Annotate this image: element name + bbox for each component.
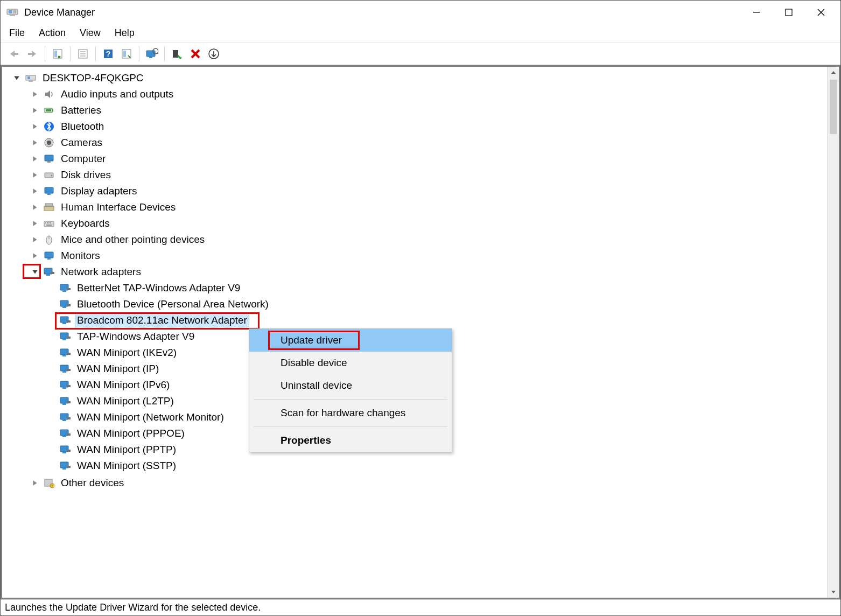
chevron-right-icon[interactable] bbox=[29, 185, 41, 197]
tree-category-label: Disk drives bbox=[59, 169, 113, 181]
tree-device[interactable]: BetterNet TAP-Windows Adapter V9 bbox=[5, 280, 825, 296]
menu-item-disable-device[interactable]: Disable device bbox=[249, 352, 452, 374]
device-tree[interactable]: DESKTOP-4FQKGPC Audio inputs and outputs… bbox=[2, 67, 827, 598]
device-category-icon bbox=[43, 88, 55, 100]
update-driver-button[interactable] bbox=[144, 46, 160, 62]
svg-rect-82 bbox=[62, 403, 66, 405]
svg-rect-50 bbox=[48, 222, 50, 223]
tree-category[interactable]: Human Interface Devices bbox=[5, 199, 825, 215]
menu-item-label: Disable device bbox=[281, 357, 347, 368]
properties-button[interactable] bbox=[75, 46, 91, 62]
forward-button[interactable] bbox=[24, 46, 40, 62]
chevron-right-icon[interactable] bbox=[29, 137, 41, 149]
tree-device-label: WAN Miniport (SSTP) bbox=[75, 459, 178, 472]
tree-device[interactable]: Broadcom 802.11ac Network Adapter bbox=[5, 312, 825, 328]
svg-rect-77 bbox=[67, 369, 71, 371]
chevron-right-icon[interactable] bbox=[29, 218, 41, 229]
svg-rect-25 bbox=[173, 50, 178, 58]
tree-category[interactable]: Cameras bbox=[5, 135, 825, 151]
chevron-right-icon[interactable] bbox=[29, 201, 41, 213]
scroll-up-icon[interactable] bbox=[828, 67, 839, 79]
statusbar-text: Launches the Update Driver Wizard for th… bbox=[5, 602, 261, 613]
tree-category-label: Computer bbox=[59, 152, 107, 165]
window-title: Device Manager bbox=[24, 7, 95, 18]
tree-category[interactable]: Batteries bbox=[5, 102, 825, 118]
svg-rect-85 bbox=[62, 419, 66, 421]
enable-device-button[interactable] bbox=[169, 46, 185, 62]
tree-root[interactable]: DESKTOP-4FQKGPC bbox=[5, 70, 825, 86]
tree-category[interactable]: Computer bbox=[5, 151, 825, 167]
tree-category-label: Network adapters bbox=[59, 265, 143, 278]
svg-rect-23 bbox=[149, 57, 152, 58]
svg-rect-94 bbox=[62, 468, 66, 470]
menu-file[interactable]: File bbox=[9, 27, 25, 39]
tree-device-label: Bluetooth Device (Personal Area Network) bbox=[75, 298, 270, 311]
chevron-right-icon[interactable] bbox=[29, 153, 41, 165]
menu-item-properties[interactable]: Properties bbox=[249, 429, 452, 452]
tree-device-label: WAN Miniport (IKEv2) bbox=[75, 346, 178, 359]
svg-rect-9 bbox=[14, 53, 18, 55]
menu-action[interactable]: Action bbox=[39, 27, 66, 39]
back-button[interactable] bbox=[6, 46, 22, 62]
svg-rect-48 bbox=[45, 222, 46, 223]
tree-category[interactable]: Audio inputs and outputs bbox=[5, 86, 825, 102]
svg-rect-65 bbox=[67, 304, 71, 306]
scrollbar-thumb[interactable] bbox=[830, 80, 837, 134]
tree-category-network[interactable]: Network adapters bbox=[5, 264, 825, 280]
svg-rect-4 bbox=[10, 15, 15, 16]
svg-rect-67 bbox=[62, 323, 66, 324]
tree-category-other[interactable]: ? Other devices bbox=[5, 475, 825, 491]
svg-rect-55 bbox=[45, 252, 53, 258]
tree-category[interactable]: Bluetooth bbox=[5, 118, 825, 135]
tree-category[interactable]: Monitors bbox=[5, 248, 825, 264]
tree-category[interactable]: Disk drives bbox=[5, 167, 825, 183]
network-adapter-icon bbox=[59, 298, 71, 310]
chevron-right-icon[interactable] bbox=[29, 169, 41, 181]
tree-device-label: WAN Miniport (IPv6) bbox=[75, 379, 171, 391]
tree-device-label: WAN Miniport (L2TP) bbox=[75, 395, 176, 408]
uninstall-device-button[interactable] bbox=[206, 46, 222, 62]
svg-rect-83 bbox=[67, 401, 71, 403]
svg-rect-56 bbox=[47, 258, 51, 260]
help-button[interactable]: ? bbox=[100, 46, 116, 62]
svg-rect-44 bbox=[47, 193, 51, 195]
tree-device[interactable]: Bluetooth Device (Personal Area Network) bbox=[5, 296, 825, 312]
tree-category[interactable]: Display adapters bbox=[5, 183, 825, 199]
svg-rect-45 bbox=[44, 206, 54, 211]
menu-item-uninstall-device[interactable]: Uninstall device bbox=[249, 374, 452, 397]
device-category-icon bbox=[43, 169, 55, 181]
chevron-down-icon[interactable] bbox=[29, 266, 41, 278]
tree-category[interactable]: Keyboards bbox=[5, 215, 825, 232]
tree-device[interactable]: WAN Miniport (SSTP) bbox=[5, 458, 825, 474]
tree-category-label: Keyboards bbox=[59, 217, 111, 230]
close-button[interactable] bbox=[805, 2, 837, 23]
tree-category[interactable]: Mice and other pointing devices bbox=[5, 232, 825, 248]
svg-rect-6 bbox=[786, 9, 792, 16]
disable-device-button[interactable] bbox=[187, 46, 204, 62]
chevron-right-icon[interactable] bbox=[29, 250, 41, 262]
scan-hardware-button[interactable] bbox=[118, 46, 135, 62]
chevron-right-icon[interactable] bbox=[29, 88, 41, 100]
vertical-scrollbar[interactable] bbox=[827, 67, 839, 598]
svg-rect-49 bbox=[47, 222, 48, 223]
show-hide-console-button[interactable] bbox=[50, 46, 66, 62]
svg-rect-47 bbox=[44, 221, 54, 227]
menu-item-scan-hardware[interactable]: Scan for hardware changes bbox=[249, 402, 452, 424]
chevron-right-icon[interactable] bbox=[29, 104, 41, 116]
maximize-button[interactable] bbox=[773, 2, 805, 23]
app-icon bbox=[6, 6, 19, 19]
chevron-right-icon[interactable] bbox=[29, 477, 41, 489]
menu-view[interactable]: View bbox=[80, 27, 101, 39]
chevron-right-icon[interactable] bbox=[29, 234, 41, 246]
tree-category-label: Mice and other pointing devices bbox=[59, 233, 206, 246]
scroll-down-icon[interactable] bbox=[828, 586, 839, 598]
menu-item-update-driver[interactable]: Update driver bbox=[249, 329, 452, 352]
menu-item-label: Properties bbox=[281, 435, 331, 446]
chevron-right-icon[interactable] bbox=[29, 121, 41, 132]
svg-rect-32 bbox=[29, 80, 33, 82]
minimize-button[interactable] bbox=[740, 2, 773, 23]
svg-rect-88 bbox=[62, 436, 66, 437]
tree-category-label: Other devices bbox=[59, 477, 125, 489]
menu-help[interactable]: Help bbox=[115, 27, 135, 39]
chevron-down-icon[interactable] bbox=[11, 72, 23, 84]
